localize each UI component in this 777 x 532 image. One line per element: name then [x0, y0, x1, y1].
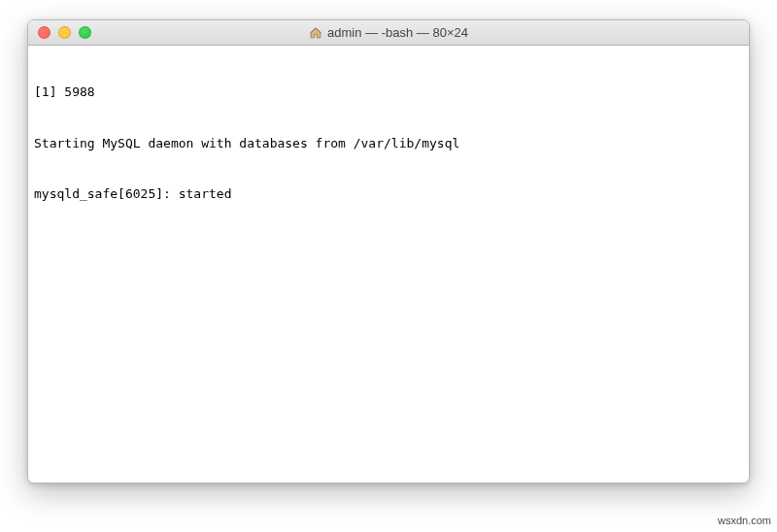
- traffic-lights: [28, 26, 91, 39]
- minimize-button[interactable]: [58, 26, 71, 39]
- titlebar[interactable]: admin — -bash — 80×24: [28, 20, 749, 46]
- terminal-body[interactable]: [1] 5988 Starting MySQL daemon with data…: [28, 46, 749, 482]
- terminal-line: Starting MySQL daemon with databases fro…: [34, 135, 743, 152]
- window-title: admin — -bash — 80×24: [327, 25, 468, 40]
- terminal-line: mysqld_safe[6025]: started: [34, 185, 743, 203]
- terminal-line: [1] 5988: [34, 83, 743, 101]
- home-icon: [309, 26, 322, 40]
- close-button[interactable]: [38, 26, 51, 39]
- watermark: wsxdn.com: [718, 515, 771, 526]
- window-title-container: admin — -bash — 80×24: [28, 25, 749, 40]
- zoom-button[interactable]: [79, 26, 91, 39]
- terminal-window: admin — -bash — 80×24 [1] 5988 Starting …: [27, 19, 750, 483]
